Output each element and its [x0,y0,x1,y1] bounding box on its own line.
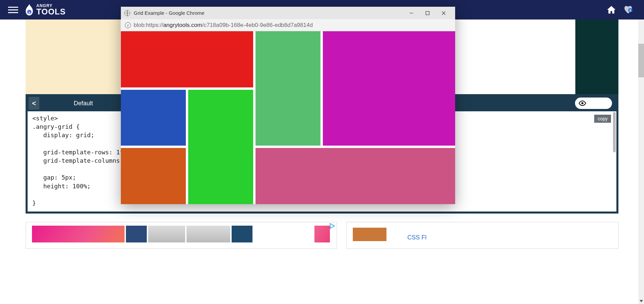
flame-icon: a [25,4,34,15]
grid-item-4 [256,31,320,146]
scrollbar-thumb[interactable] [638,44,644,77]
brand-text-big: TOOLS [36,8,66,16]
grid-item-1 [121,90,186,146]
svg-point-4 [581,102,583,104]
svg-text:a: a [28,10,30,14]
eye-icon [578,99,586,107]
popup-url: blob:https://angrytools.com/c718a09b-168… [134,22,313,29]
prev-tab-button[interactable]: < [29,97,39,110]
copy-button[interactable]: copy [594,115,611,123]
svg-text:$: $ [630,9,631,12]
ad-card[interactable] [26,222,337,249]
grid-item-5 [323,31,455,146]
maximize-button[interactable] [419,7,436,19]
grid-example [121,31,455,204]
site-info-icon[interactable]: i [125,22,131,28]
heart-donate-icon[interactable]: $ [623,5,633,15]
grid-item-2 [121,148,186,204]
popup-content [121,31,455,204]
adchoices-icon[interactable] [329,223,335,229]
minimize-button[interactable] [403,7,419,19]
preview-toggle-button[interactable] [575,98,612,109]
close-button[interactable] [436,7,452,19]
tab-default[interactable]: Default [74,100,93,107]
popup-address-bar[interactable]: i blob:https://angrytools.com/c718a09b-1… [121,19,455,31]
popup-titlebar[interactable]: Grid Example - Google Chrome [121,7,455,19]
svg-rect-6 [426,11,429,15]
popup-title: Grid Example - Google Chrome [134,10,204,16]
chrome-popup-window: Grid Example - Google Chrome i blob:http… [121,7,455,204]
grid-item-6 [256,148,455,204]
grid-item-0 [121,31,253,87]
menu-hamburger-icon[interactable] [4,4,21,16]
related-card[interactable]: CSS Fl [346,222,618,249]
globe-icon [124,10,130,16]
code-scrollbar[interactable] [613,112,616,152]
page-scrollbar[interactable] [638,0,644,304]
scroll-down-button[interactable] [638,298,644,304]
related-link[interactable]: CSS Fl [407,234,427,241]
grid-item-3 [188,90,253,204]
home-icon[interactable] [606,5,616,15]
related-thumbnail [353,228,386,241]
brand-logo[interactable]: a ANGRY TOOLS [25,4,66,16]
preview-cell-right[interactable] [575,20,618,94]
preview-cell-left[interactable] [26,20,120,94]
